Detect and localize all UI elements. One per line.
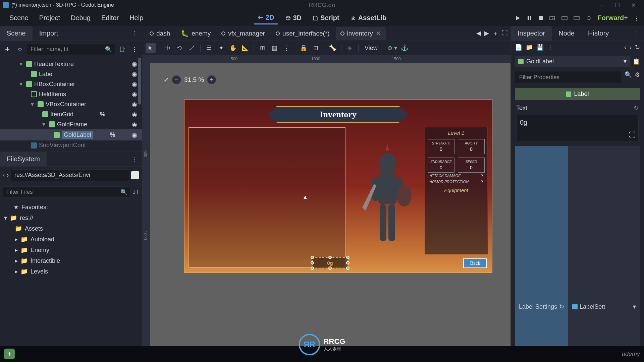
- menu-debug[interactable]: Debug: [65, 14, 96, 22]
- viewport[interactable]: 500 1000 1500 500 1000 ⤢ − 31.5 % + Inve…: [142, 55, 511, 362]
- rotate-tool[interactable]: [175, 43, 185, 53]
- anchor-button[interactable]: ⚓: [399, 43, 410, 53]
- zoom-out-button[interactable]: −: [172, 75, 181, 84]
- lock-button[interactable]: 🔒: [299, 43, 309, 53]
- fs-folder-interactible[interactable]: ▸📁Interactible: [3, 255, 139, 266]
- resize-handle[interactable]: [328, 256, 332, 259]
- resize-handle[interactable]: [311, 256, 314, 259]
- scene-tab-enemy[interactable]: 🐛enemy: [176, 27, 215, 40]
- tab-filesystem[interactable]: FileSystem: [0, 152, 47, 166]
- snap-tool[interactable]: ✦: [216, 43, 226, 53]
- label-settings-header[interactable]: Label Settings↻: [515, 146, 568, 362]
- pan-tool[interactable]: ✋: [228, 43, 238, 53]
- prev-scene-button[interactable]: ◀: [476, 29, 481, 38]
- tree-node-vbox[interactable]: ▾VBoxContainer◉: [0, 99, 142, 109]
- fs-path[interactable]: res://Assets/3D_Assets/Envi: [11, 169, 129, 181]
- fs-folder-assets[interactable]: 📁Assets: [3, 223, 139, 234]
- scene-tab-vfx[interactable]: vfx_manager: [217, 27, 270, 40]
- tab-node[interactable]: Node: [552, 26, 581, 41]
- stop-button[interactable]: [538, 15, 544, 21]
- expand-button[interactable]: ⛶: [502, 29, 508, 38]
- tree-node-goldlabel[interactable]: GoldLabel%◉: [0, 129, 142, 140]
- add-scene-button[interactable]: ＋: [492, 29, 498, 38]
- expand-icon[interactable]: ⛶: [629, 131, 636, 139]
- back-button[interactable]: Back: [463, 258, 487, 268]
- menu-editor[interactable]: Editor: [96, 14, 124, 22]
- nav-fwd-button[interactable]: ›: [7, 172, 9, 179]
- play-button[interactable]: [515, 15, 521, 21]
- add-preview-button[interactable]: ⊕ ▾: [387, 43, 397, 53]
- doc-button[interactable]: 📋: [633, 58, 640, 65]
- link-icon[interactable]: [15, 45, 24, 54]
- scene-tab-ui[interactable]: user_interface(*): [271, 27, 334, 40]
- play-custom-button[interactable]: [573, 15, 580, 21]
- fs-folder-autoload[interactable]: ▸📁Autoload: [3, 234, 139, 245]
- next-scene-button[interactable]: ▶: [484, 29, 489, 38]
- tab-scene[interactable]: Scene: [0, 26, 33, 41]
- workspace-assetlib[interactable]: AssetLib: [347, 12, 390, 24]
- color-swatch[interactable]: [131, 171, 139, 179]
- resize-handle[interactable]: [328, 266, 332, 270]
- label-settings-resource[interactable]: LabelSett▾: [568, 146, 640, 362]
- tree-node-headertexture[interactable]: ▾HeaderTexture◉: [0, 59, 142, 69]
- fs-folder-enemy[interactable]: ▸📁Enemy: [3, 245, 139, 255]
- tab-import[interactable]: Import: [33, 26, 65, 41]
- close-icon[interactable]: ✕: [376, 29, 381, 37]
- dots-icon[interactable]: ⋮: [128, 156, 142, 163]
- scrollbar[interactable]: [138, 58, 141, 152]
- fs-tree[interactable]: ★Favorites: ▾📁res:// 📁Assets ▸📁Autoload …: [0, 200, 142, 278]
- dots-icon[interactable]: ⋮: [547, 44, 553, 51]
- settings-icon[interactable]: ⚙: [635, 71, 640, 84]
- movie-button[interactable]: [561, 15, 568, 21]
- scene-tab-dash[interactable]: dash: [145, 27, 175, 40]
- inspector-filter-input[interactable]: Filter Properties: [515, 71, 622, 84]
- camera-button[interactable]: [585, 15, 592, 21]
- move-tool[interactable]: [163, 43, 173, 53]
- reset-icon[interactable]: ↻: [634, 104, 639, 112]
- add-node-button[interactable]: [3, 45, 12, 54]
- zoom-percent[interactable]: 31.5 %: [184, 76, 204, 83]
- tab-inspector[interactable]: Inspector: [511, 26, 552, 41]
- workspace-3d[interactable]: 3D: [281, 12, 305, 24]
- menu-help[interactable]: Help: [124, 14, 149, 22]
- render-mode[interactable]: Forward+: [597, 14, 628, 22]
- pivot-button[interactable]: ◈: [345, 43, 355, 53]
- save-resource-button[interactable]: 💾: [536, 44, 544, 51]
- maximize-button[interactable]: ❐: [609, 2, 625, 8]
- reset-icon[interactable]: ↻: [559, 303, 564, 310]
- menu-project[interactable]: Project: [34, 14, 65, 22]
- scene-filter-input[interactable]: Filter: name, t:t🔍: [27, 44, 115, 55]
- inspector-section-label[interactable]: Label: [515, 88, 640, 100]
- search-icon[interactable]: 🔍: [625, 71, 632, 84]
- fs-favorites[interactable]: ★Favorites:: [3, 202, 139, 213]
- grid-snap[interactable]: ▦: [269, 43, 279, 53]
- tree-node-helditems[interactable]: HeldItems◉: [0, 89, 142, 99]
- scene-tab-inventory[interactable]: inventory✕: [336, 27, 386, 40]
- resize-handle[interactable]: [311, 261, 314, 264]
- group-button[interactable]: ⊡: [311, 43, 321, 53]
- tree-node-hbox[interactable]: ▾HBoxContainer◉: [0, 79, 142, 89]
- dots-icon[interactable]: ⋮: [281, 43, 291, 53]
- dots-icon[interactable]: ⋮: [633, 14, 640, 22]
- dots-icon[interactable]: ⋮: [128, 30, 142, 37]
- scale-tool[interactable]: [187, 43, 197, 53]
- history-menu[interactable]: ↻: [635, 44, 640, 51]
- resize-handle[interactable]: [346, 256, 350, 259]
- menu-scene[interactable]: Scene: [4, 14, 34, 22]
- nav-back-button[interactable]: ‹: [3, 172, 5, 179]
- select-tool[interactable]: [146, 43, 156, 53]
- scene-tree[interactable]: ▾HeaderTexture◉ Label◉ ▾HBoxContainer◉ H…: [0, 58, 142, 152]
- text-input[interactable]: 0g ⛶: [516, 115, 639, 142]
- workspace-script[interactable]: Script: [309, 12, 343, 24]
- new-resource-button[interactable]: 📄: [515, 44, 522, 51]
- minimize-button[interactable]: ─: [593, 2, 609, 8]
- snap-options[interactable]: ⊞: [257, 43, 267, 53]
- dots-icon[interactable]: ⋮: [130, 45, 139, 54]
- tree-node-subviewport[interactable]: SubViewportCont: [0, 140, 142, 150]
- load-resource-button[interactable]: 📁: [526, 44, 533, 51]
- resize-handle[interactable]: [346, 266, 350, 270]
- bone-button[interactable]: 🦴: [328, 43, 338, 53]
- workspace-2d[interactable]: 2D: [254, 12, 278, 24]
- sort-button[interactable]: [132, 189, 139, 195]
- gold-label-selected[interactable]: 0g: [312, 257, 348, 268]
